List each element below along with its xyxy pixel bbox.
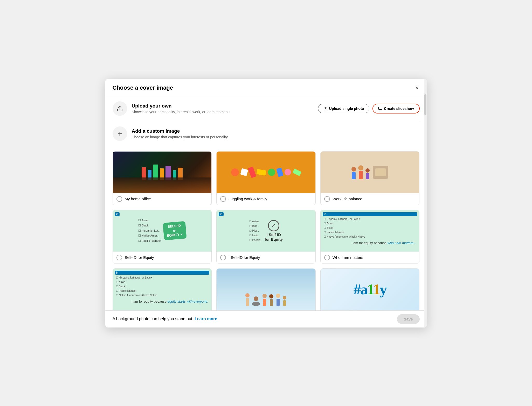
label-selfid: Self-ID for Equity	[125, 255, 154, 260]
custom-image-subtitle: Choose an image that captures your inter…	[132, 135, 228, 139]
image-label-row-juggling: Juggling work & family	[217, 193, 315, 205]
radio-my-home-office[interactable]	[116, 196, 122, 202]
radio-iselfid[interactable]	[220, 255, 226, 260]
image-card-worklife[interactable]: Work life balance	[320, 151, 420, 205]
label-my-home-office: My home office	[125, 197, 151, 201]
linkedin-badge-selfid: in	[115, 212, 120, 216]
modal-container: Choose a cover image × Upload your own S…	[105, 79, 427, 327]
create-slideshow-label: Create slideshow	[384, 106, 414, 111]
radio-worklife[interactable]	[324, 196, 330, 202]
close-button[interactable]: ×	[414, 84, 420, 92]
plus-icon-circle	[113, 126, 127, 141]
thumbnail-a11y: #a11y	[321, 269, 419, 310]
modal-body: Upload your own Showcase your personalit…	[105, 96, 427, 310]
scrollbar-thumb	[424, 94, 426, 115]
create-slideshow-button[interactable]: Create slideshow	[372, 104, 419, 113]
footer-text: A background photo can help you stand ou…	[113, 317, 194, 321]
thumbnail-iselfid: in ☐ Asian ☐ Blac... ☐ Hisp... ☐ Nativ..…	[217, 210, 315, 252]
upload-own-section: Upload your own Showcase your personalit…	[113, 96, 420, 121]
linkedin-badge-iselfid: in	[219, 212, 224, 216]
modal-title: Choose a cover image	[113, 84, 173, 91]
add-custom-section: Add a custom image Choose an image that …	[113, 121, 420, 146]
thumbnail-juggling	[217, 152, 315, 193]
image-card-my-home-office[interactable]: My home office	[113, 151, 212, 205]
label-whoi: Who I am matters	[333, 255, 363, 260]
image-grid: My home office	[113, 146, 420, 310]
upload-single-label: Upload single photo	[329, 106, 364, 111]
image-card-selfid[interactable]: in ☐ Asian ☐ Black ☐ Hispanic, Lat... ☐ …	[113, 210, 212, 264]
image-label-row-whoi: Who I am matters	[321, 252, 419, 263]
image-card-juggling[interactable]: Juggling work & family	[216, 151, 316, 205]
image-card-disability[interactable]: Disability Inclusion	[216, 268, 316, 310]
image-card-whoi[interactable]: in ☐ Hispanic, Latino(a), or LatinX ☐ As…	[320, 210, 420, 264]
linkedin-badge-whoi: in	[323, 212, 417, 216]
upload-own-subtitle: Showcase your personality, interests, wo…	[132, 110, 231, 114]
label-juggling: Juggling work & family	[229, 197, 267, 201]
radio-whoi[interactable]	[324, 255, 330, 260]
svg-rect-2	[379, 107, 382, 109]
upload-actions: Upload single photo Create slideshow	[318, 104, 420, 113]
thumbnail-whoi: in ☐ Hispanic, Latino(a), or LatinX ☐ As…	[321, 210, 419, 252]
linkedin-badge-equity: in	[115, 271, 210, 275]
upload-own-text: Upload your own Showcase your personalit…	[132, 103, 231, 114]
image-label-row-selfid: Self-ID for Equity	[113, 252, 212, 263]
image-label-row-worklife: Work life balance	[321, 193, 419, 205]
scrollbar-track[interactable]	[424, 79, 427, 327]
thumbnail-disability	[217, 269, 315, 310]
modal-footer: A background photo can help you stand ou…	[105, 310, 427, 327]
custom-image-text: Add a custom image Choose an image that …	[132, 128, 228, 139]
image-label-row-iselfid: I Self-ID for Equity	[217, 252, 315, 263]
image-card-iselfid[interactable]: in ☐ Asian ☐ Blac... ☐ Hisp... ☐ Nativ..…	[216, 210, 316, 264]
footer-info: A background photo can help you stand ou…	[113, 317, 217, 321]
image-card-a11y[interactable]: #a11y Accessibility Awareness	[320, 268, 420, 310]
upload-single-icon	[323, 106, 328, 111]
thumbnail-my-home-office	[113, 152, 212, 193]
radio-juggling[interactable]	[220, 196, 226, 202]
thumbnail-worklife	[321, 152, 419, 193]
radio-selfid[interactable]	[116, 255, 122, 260]
image-card-equity[interactable]: in ☐ Hispanic, Latino(a), or LatinX ☐ As…	[113, 268, 212, 310]
save-button: Save	[397, 314, 419, 324]
learn-more-link[interactable]: Learn more	[195, 317, 217, 321]
upload-single-photo-button[interactable]: Upload single photo	[318, 104, 370, 113]
plus-icon	[117, 131, 123, 137]
upload-icon-circle	[113, 101, 127, 116]
image-label-row-home-office: My home office	[113, 193, 212, 205]
upload-own-title: Upload your own	[132, 103, 231, 109]
slideshow-icon	[378, 106, 382, 111]
thumbnail-equity: in ☐ Hispanic, Latino(a), or LatinX ☐ As…	[113, 269, 212, 310]
label-iselfid: I Self-ID for Equity	[229, 255, 260, 260]
thumbnail-selfid: in ☐ Asian ☐ Black ☐ Hispanic, Lat... ☐ …	[113, 210, 212, 252]
modal-header: Choose a cover image ×	[105, 79, 427, 96]
custom-image-title: Add a custom image	[132, 128, 228, 134]
upload-icon	[117, 105, 123, 112]
label-worklife: Work life balance	[333, 197, 362, 201]
